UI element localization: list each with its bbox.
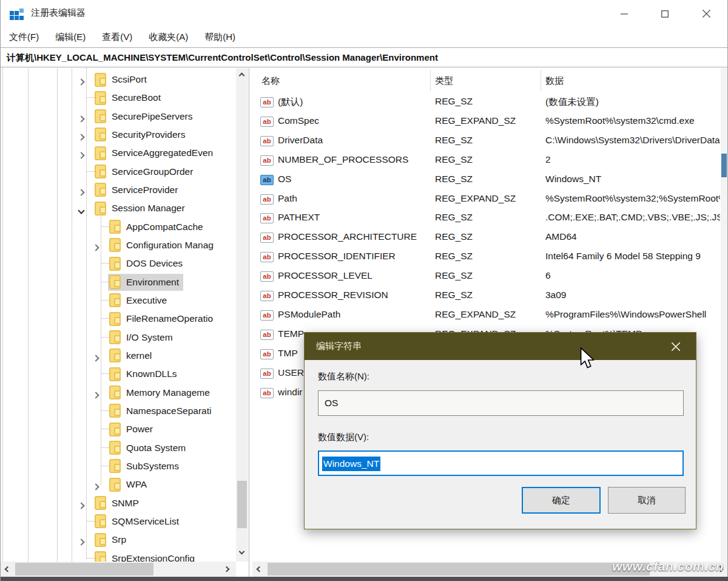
chevron-right-icon[interactable] bbox=[79, 149, 84, 160]
tree-item-subsystems[interactable]: SubSystems bbox=[1, 457, 236, 475]
value-data-field[interactable]: Windows_NT bbox=[318, 450, 684, 476]
column-header-type[interactable]: 类型 bbox=[435, 75, 453, 87]
chevron-right-icon[interactable] bbox=[93, 389, 98, 400]
value-row-processor-identifier[interactable]: abPROCESSOR_IDENTIFIERREG_SZIntel64 Fami… bbox=[252, 248, 721, 267]
tree-item-dos-devices[interactable]: DOS Devices bbox=[1, 254, 236, 273]
tree-item-knowndlls[interactable]: KnownDLLs bbox=[1, 365, 236, 383]
tree-item-wpa[interactable]: WPA bbox=[1, 475, 236, 494]
tree-item-snmp[interactable]: SNMP bbox=[1, 494, 236, 512]
tree-item-core[interactable]: DOS Devices bbox=[108, 255, 187, 272]
tree-item-core[interactable]: SecurePipeServers bbox=[93, 108, 197, 125]
tree-item-secureboot[interactable]: SecureBoot bbox=[1, 89, 236, 107]
cancel-button[interactable]: 取消 bbox=[608, 487, 686, 514]
tree-item-core[interactable]: KnownDLLs bbox=[108, 365, 181, 382]
tree-item-core[interactable]: Quota System bbox=[108, 440, 190, 457]
menu-item-3[interactable]: 收藏夹(A) bbox=[149, 32, 188, 43]
tree-item-securityproviders[interactable]: SecurityProviders bbox=[1, 126, 236, 144]
tree-item-core[interactable]: Configuration Manag bbox=[108, 237, 218, 254]
tree-item-core[interactable]: Executive bbox=[108, 292, 171, 309]
tree-item-core[interactable]: ServiceAggregatedEven bbox=[93, 144, 217, 161]
tree-item-appcompatcache[interactable]: AppCompatCache bbox=[1, 218, 236, 236]
dialog-title-bar[interactable]: 编辑字符串 bbox=[305, 333, 696, 360]
tree-item-securepipeservers[interactable]: SecurePipeServers bbox=[1, 107, 236, 126]
value-row-number-of-processors[interactable]: abNUMBER_OF_PROCESSORSREG_SZ2 bbox=[252, 151, 721, 171]
chevron-right-icon[interactable] bbox=[79, 500, 84, 511]
value-row-psmodulepath[interactable]: abPSModulePathREG_EXPAND_SZ%ProgramFiles… bbox=[252, 306, 721, 325]
chevron-right-icon[interactable] bbox=[79, 536, 84, 547]
list-vscroll-thumb[interactable] bbox=[721, 154, 727, 177]
tree-item-core[interactable]: SQMServiceList bbox=[93, 513, 183, 530]
minimize-button[interactable] bbox=[610, 0, 638, 27]
chevron-right-icon[interactable] bbox=[93, 352, 98, 363]
tree-item-core[interactable]: SecurityProviders bbox=[93, 126, 189, 143]
tree-item-configuration-manag[interactable]: Configuration Manag bbox=[1, 236, 236, 254]
value-row-os[interactable]: abOSREG_SZWindows_NT bbox=[252, 171, 721, 190]
chevron-right-icon[interactable] bbox=[93, 481, 98, 492]
tree-item-core[interactable]: AppCompatCache bbox=[108, 219, 207, 236]
tree-item-core[interactable]: Environment bbox=[108, 274, 183, 291]
column-separator[interactable] bbox=[430, 70, 431, 91]
tree-vscroll-thumb[interactable] bbox=[237, 481, 247, 528]
scroll-right-icon[interactable] bbox=[224, 566, 230, 573]
menu-item-2[interactable]: 查看(V) bbox=[102, 32, 132, 43]
tree-item-srpextensionconfig[interactable]: SrpExtensionConfig bbox=[1, 549, 236, 562]
value-row-processor-level[interactable]: abPROCESSOR_LEVELREG_SZ6 bbox=[252, 267, 721, 287]
scroll-down-icon[interactable] bbox=[239, 549, 245, 555]
tree-horizontal-scrollbar[interactable] bbox=[1, 562, 236, 577]
tree-item-core[interactable]: ServiceGroupOrder bbox=[93, 163, 197, 180]
tree-item-core[interactable]: Memory Manageme bbox=[108, 384, 214, 401]
tree-item-session-manager[interactable]: Session Manager bbox=[1, 199, 236, 217]
column-separator[interactable] bbox=[541, 70, 541, 91]
address-bar[interactable]: 计算机\HKEY_LOCAL_MACHINE\SYSTEM\CurrentCon… bbox=[1, 47, 727, 67]
tree-item-sqmservicelist[interactable]: SQMServiceList bbox=[1, 512, 236, 531]
tree-item-environment[interactable]: Environment bbox=[1, 273, 236, 291]
tree-item-core[interactable]: NamespaceSeparati bbox=[108, 403, 215, 420]
tree-vertical-scrollbar[interactable] bbox=[236, 68, 248, 562]
maximize-button[interactable] bbox=[651, 0, 679, 27]
tree-item-srp[interactable]: Srp bbox=[1, 531, 236, 549]
tree-item-serviceaggregatedeven[interactable]: ServiceAggregatedEven bbox=[1, 144, 236, 162]
chevron-right-icon[interactable] bbox=[79, 131, 84, 142]
value-row-pathext[interactable]: abPATHEXTREG_SZ.COM;.EXE;.BAT;.CMD;.VBS;… bbox=[252, 209, 721, 228]
dialog-close-button[interactable] bbox=[662, 333, 690, 360]
chevron-right-icon[interactable] bbox=[79, 76, 84, 87]
tree-item-core[interactable]: ScsiPort bbox=[93, 71, 151, 88]
tree-item-scsiport[interactable]: ScsiPort bbox=[1, 70, 236, 89]
chevron-right-icon[interactable] bbox=[79, 113, 84, 124]
column-header-data[interactable]: 数据 bbox=[545, 75, 564, 87]
list-hscroll-thumb[interactable] bbox=[268, 563, 650, 576]
tree-item-core[interactable]: SrpExtensionConfig bbox=[93, 550, 199, 562]
tree-item-serviceprovider[interactable]: ServiceProvider bbox=[1, 181, 236, 199]
tree-item-core[interactable]: SecureBoot bbox=[93, 89, 165, 106]
tree-item-quota-system[interactable]: Quota System bbox=[1, 439, 236, 457]
list-vertical-scrollbar[interactable] bbox=[721, 68, 727, 562]
tree-item-core[interactable]: SubSystems bbox=[108, 458, 183, 475]
tree-item-memory-manageme[interactable]: Memory Manageme bbox=[1, 384, 236, 402]
scroll-left-icon[interactable] bbox=[5, 566, 11, 573]
value-row-driverdata[interactable]: abDriverDataREG_SZC:\Windows\System32\Dr… bbox=[252, 132, 721, 151]
menu-item-4[interactable]: 帮助(H) bbox=[204, 32, 235, 43]
tree-item-core[interactable]: Session Manager bbox=[93, 200, 189, 217]
tree-item-core[interactable]: Power bbox=[108, 421, 157, 438]
tree-item-i-o-system[interactable]: I/O System bbox=[1, 328, 236, 347]
tree-item-namespaceseparati[interactable]: NamespaceSeparati bbox=[1, 402, 236, 420]
chevron-right-icon[interactable] bbox=[79, 186, 84, 197]
panel-splitter[interactable] bbox=[249, 68, 249, 577]
tree-item-core[interactable]: WPA bbox=[108, 476, 151, 493]
tree-item-power[interactable]: Power bbox=[1, 420, 236, 438]
chevron-down-icon[interactable] bbox=[79, 205, 84, 216]
tree-item-core[interactable]: Srp bbox=[93, 531, 130, 548]
close-button[interactable] bbox=[692, 0, 720, 27]
tree-item-filerenameoperatio[interactable]: FileRenameOperatio bbox=[1, 310, 236, 328]
tree-item-core[interactable]: kernel bbox=[108, 347, 156, 364]
tree-item-servicegrouporder[interactable]: ServiceGroupOrder bbox=[1, 163, 236, 181]
value-row-path[interactable]: abPathREG_EXPAND_SZ%SystemRoot%\system32… bbox=[252, 190, 721, 209]
value-name-field[interactable]: OS bbox=[318, 390, 684, 416]
menu-item-1[interactable]: 编辑(E) bbox=[55, 32, 86, 43]
ok-button[interactable]: 确定 bbox=[522, 487, 601, 514]
menu-item-0[interactable]: 文件(F) bbox=[9, 32, 39, 43]
tree-item-executive[interactable]: Executive bbox=[1, 291, 236, 310]
column-header-name[interactable]: 名称 bbox=[261, 75, 280, 87]
scroll-left-icon[interactable] bbox=[257, 566, 263, 573]
tree-item-core[interactable]: SNMP bbox=[93, 495, 143, 512]
